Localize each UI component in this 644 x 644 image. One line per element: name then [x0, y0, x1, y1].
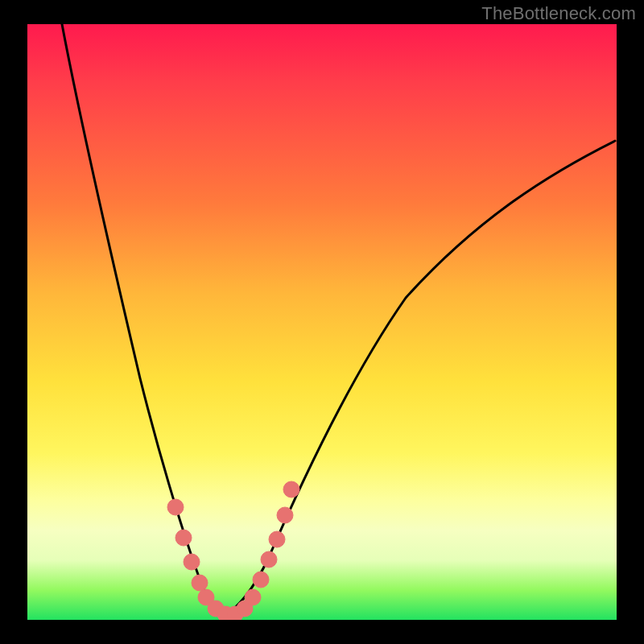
curve-left-branch [62, 24, 225, 614]
chart-frame: TheBottleneck.com [0, 0, 644, 644]
marker-dot [175, 530, 192, 546]
marker-dot [192, 575, 208, 591]
bottleneck-curve [27, 24, 617, 620]
marker-dot [184, 554, 200, 570]
marker-dot [167, 499, 184, 515]
curve-marker-cluster [167, 481, 299, 620]
plot-area [27, 24, 617, 620]
marker-dot [253, 572, 269, 588]
marker-dot [261, 551, 277, 568]
marker-dot [269, 531, 285, 547]
marker-dot [277, 507, 293, 523]
marker-dot [283, 481, 299, 497]
marker-dot [245, 589, 261, 605]
watermark-text: TheBottleneck.com [481, 3, 636, 24]
